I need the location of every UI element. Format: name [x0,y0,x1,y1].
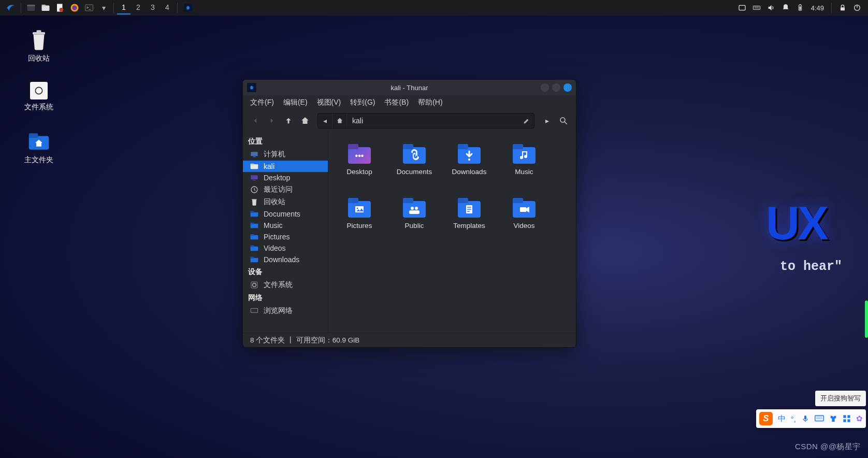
folder-music[interactable]: Music [498,141,550,191]
folder-label: Videos [513,222,534,230]
taskbar-thunar-button[interactable] [184,4,192,12]
folder-public[interactable]: Public [388,195,440,245]
sidebar-item-recent[interactable]: 最近访问 [243,183,328,196]
ime-punct-icon[interactable]: °, [791,414,796,423]
sidebar-item-label: 最近访问 [264,185,293,194]
menu-view[interactable]: 视图(V) [317,98,341,107]
desktop-home[interactable]: 主文件夹 [16,131,62,165]
menu-file[interactable]: 文件(F) [250,98,274,107]
ime-skin-icon[interactable] [829,414,837,423]
tray-clock[interactable]: 4:49 [808,4,827,12]
ime-logo-icon[interactable]: S [759,412,773,425]
sidebar-item-label: 浏览网络 [264,306,293,316]
taskbar-editor-icon[interactable] [53,1,67,15]
trash-icon [250,198,258,206]
folder-downloads[interactable]: Downloads [443,141,495,191]
pathbar-back-icon[interactable]: ◂ [318,113,332,128]
svg-rect-72 [520,207,526,212]
pathbar-next-icon[interactable]: ▸ [540,113,554,128]
nav-up-button[interactable] [281,113,296,128]
ime-keyboard-icon[interactable] [815,415,824,422]
ime-voice-icon[interactable] [801,414,809,423]
window-minimize-button[interactable] [541,83,549,92]
sidebar-item-pictures[interactable]: Pictures [243,231,328,242]
workspace-2[interactable]: 2 [132,1,145,15]
workspace-1[interactable]: 1 [117,1,131,15]
tray-power-icon[interactable] [850,1,864,15]
svg-rect-54 [458,144,468,149]
ime-mode-button[interactable]: 中 [778,414,786,424]
folder-templates[interactable]: Templates [443,195,495,245]
nav-forward-button[interactable] [265,113,279,128]
window-app-icon [247,83,256,92]
folder-videos[interactable]: Videos [498,195,550,245]
tray-volume-icon[interactable] [764,1,778,15]
wallpaper-logo-fragment: UX [766,197,827,250]
nav-back-button[interactable] [248,113,263,128]
taskbar-files-icon[interactable] [39,1,52,15]
tray-battery-icon[interactable] [793,1,807,15]
sidebar-item-fs[interactable]: 文件系统 [243,279,328,291]
sidebar-item-kali[interactable]: kali [243,161,328,172]
pathbar-edit-icon[interactable] [519,117,534,124]
svg-rect-11 [753,6,760,10]
folder-icon [510,143,538,165]
menu-bookmarks[interactable]: 书签(B) [384,98,409,107]
sidebar-item-videos[interactable]: Videos [243,242,328,254]
folder-desktop[interactable]: •••Desktop [334,141,385,191]
svg-rect-32 [253,180,255,180]
svg-rect-40 [251,234,254,236]
desktop-trash[interactable]: 回收站 [16,29,62,63]
nav-home-button[interactable] [298,113,312,128]
taskbar-firefox-icon[interactable] [68,1,81,15]
desktop-filesystem[interactable]: 文件系统 [16,82,62,112]
taskbar-terminal-icon[interactable] [24,1,38,15]
tray-keyboard-icon[interactable] [750,1,763,15]
folder-documents[interactable]: Documents [388,141,440,191]
tray-lock-icon[interactable] [836,1,849,15]
svg-rect-34 [252,199,256,200]
ime-toolbar[interactable]: S 中 °, ✿ [756,409,866,428]
svg-point-5 [60,8,64,12]
sidebar-item-desktop[interactable]: Desktop [243,172,328,183]
top-panel: >_ ▾ 1 2 3 4 4:49 [0,0,868,16]
sidebar-item-browse[interactable]: 浏览网络 [243,305,328,317]
pictures-icon [250,233,258,241]
menu-go[interactable]: 转到(G) [350,98,375,107]
sidebar-item-documents[interactable]: Documents [243,208,328,220]
sidebar-item-label: Pictures [264,233,290,241]
sidebar-item-label: Music [264,221,283,230]
ime-settings-icon[interactable]: ✿ [856,414,863,423]
taskbar-term2-icon[interactable]: >_ [82,1,96,15]
taskbar-dropdown-icon[interactable]: ▾ [97,1,110,15]
sidebar-item-downloads[interactable]: Downloads [243,254,328,265]
svg-rect-44 [251,257,254,259]
ime-toolbox-icon[interactable] [843,414,851,423]
pathbar-segment[interactable]: kali [347,117,368,125]
folder-pictures[interactable]: Pictures [334,195,385,245]
workspace-switcher: 1 2 3 4 [117,1,174,15]
wallpaper-slogan-fragment: to hear" [780,259,842,274]
tray-notifications-icon[interactable] [779,1,792,15]
svg-rect-17 [841,7,845,10]
menu-edit[interactable]: 编辑(E) [283,98,308,107]
menu-help[interactable]: 帮助(H) [418,98,442,107]
toolbar-search-icon[interactable] [556,113,571,128]
sidebar-item-trash[interactable]: 回收站 [243,196,328,208]
tray-recorder-icon[interactable] [735,1,749,15]
sidebar-item-music[interactable]: Music [243,220,328,231]
recent-icon [250,185,258,194]
drive-icon [30,82,48,99]
kali-menu-icon[interactable] [4,1,18,15]
window-maximize-button[interactable] [552,83,560,92]
folder-icon [455,197,483,219]
sidebar-item-computer[interactable]: 计算机 [243,148,328,161]
window-close-button[interactable] [563,83,572,92]
titlebar[interactable]: kali - Thunar [243,80,576,95]
svg-rect-30 [251,164,254,165]
workspace-4[interactable]: 4 [161,1,174,15]
svg-rect-47 [251,308,257,312]
svg-rect-60 [355,206,364,212]
pathbar-home-icon[interactable] [332,113,347,128]
workspace-3[interactable]: 3 [146,1,160,15]
